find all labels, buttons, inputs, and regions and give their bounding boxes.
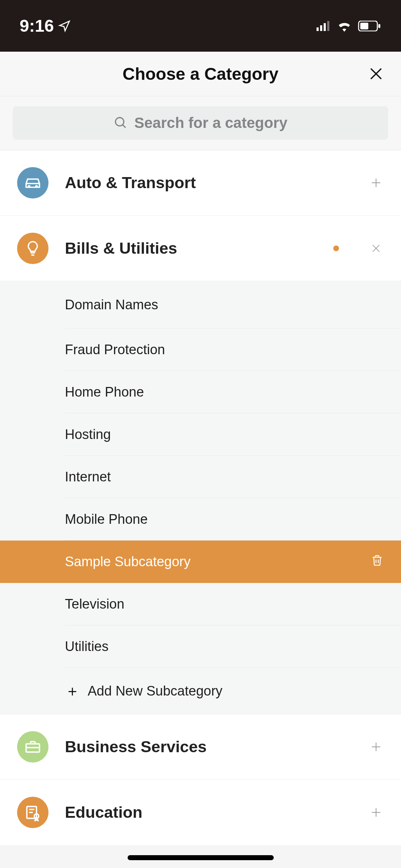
lightbulb-icon (17, 233, 48, 264)
status-icons (317, 20, 381, 32)
clock-text: 9:16 (20, 16, 54, 36)
svg-line-10 (123, 125, 125, 128)
svg-rect-6 (378, 24, 380, 28)
category-row-bills-utilities[interactable]: Bills & Utilities (0, 216, 401, 281)
category-label: Education (65, 803, 352, 822)
category-row-business-services[interactable]: Business Services (0, 714, 401, 780)
car-icon (17, 167, 48, 198)
expand-button[interactable] (368, 805, 384, 820)
subcategory-item[interactable]: Television (65, 583, 401, 625)
search-icon (114, 116, 128, 130)
svg-rect-1 (320, 25, 322, 31)
close-button[interactable] (365, 63, 387, 84)
delete-subcategory-button[interactable] (370, 553, 384, 570)
plus-icon: ＋ (65, 681, 80, 701)
svg-point-9 (115, 118, 124, 126)
svg-point-12 (36, 186, 37, 187)
close-icon (367, 65, 385, 83)
plus-icon (370, 740, 382, 753)
expand-button[interactable] (368, 175, 384, 191)
subcategory-item[interactable]: Domain Names (65, 281, 401, 329)
plus-icon (370, 806, 382, 819)
location-arrow-icon (58, 20, 71, 32)
collapse-button[interactable] (368, 241, 384, 256)
home-indicator[interactable] (128, 855, 274, 860)
active-indicator-dot (333, 246, 339, 251)
wifi-icon (336, 20, 352, 32)
category-row-auto-transport[interactable]: Auto & Transport (0, 150, 401, 216)
subcategory-item-selected[interactable]: Sample Subcategory (0, 541, 401, 583)
search-placeholder: Search for a category (134, 114, 288, 131)
plus-icon (370, 176, 382, 189)
cell-signal-icon (317, 21, 331, 31)
trash-icon (370, 553, 384, 567)
subcategory-item[interactable]: Utilities (65, 625, 401, 668)
subcategory-item[interactable]: Internet (65, 456, 401, 498)
category-label: Auto & Transport (65, 174, 352, 192)
subcategory-list: Domain Names Fraud Protection Home Phone… (0, 281, 401, 714)
status-time: 9:16 (20, 16, 71, 36)
subcategory-item[interactable]: Hosting (65, 413, 401, 456)
page-title: Choose a Category (123, 64, 278, 84)
search-container: Search for a category (0, 96, 401, 150)
search-input[interactable]: Search for a category (13, 106, 388, 140)
svg-rect-5 (360, 22, 369, 29)
svg-rect-0 (317, 27, 319, 31)
category-row-education[interactable]: Education (0, 780, 401, 845)
add-subcategory-button[interactable]: ＋ Add New Subcategory (65, 668, 401, 714)
svg-point-11 (29, 186, 30, 187)
close-icon (370, 243, 382, 254)
briefcase-icon (17, 731, 48, 763)
svg-rect-3 (327, 21, 329, 31)
expand-button[interactable] (368, 739, 384, 755)
subcategory-item[interactable]: Fraud Protection (65, 329, 401, 371)
modal-header: Choose a Category (0, 52, 401, 96)
battery-icon (358, 21, 381, 31)
subcategory-item[interactable]: Home Phone (65, 371, 401, 413)
subcategory-item[interactable]: Mobile Phone (65, 498, 401, 541)
category-label: Bills & Utilities (65, 239, 317, 258)
category-label: Business Services (65, 738, 352, 756)
status-bar: 9:16 (0, 0, 401, 52)
svg-rect-2 (324, 23, 326, 31)
certificate-icon (17, 797, 48, 828)
